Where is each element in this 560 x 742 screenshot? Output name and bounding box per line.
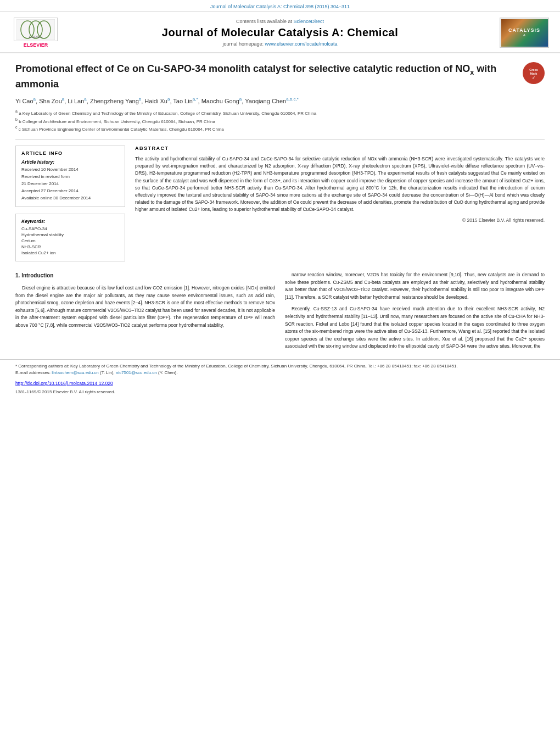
- keyword-5: Isolated Cu2+ ion: [21, 250, 119, 255]
- journal-header: ELSEVIER ELSEVIER Contents lists availab…: [0, 12, 560, 53]
- keywords-box: Keywords: Cu-SAPO-34 Hydrothermal stabil…: [15, 214, 125, 261]
- footnote-area: * Corresponding authors at: Key Laborato…: [0, 359, 560, 378]
- catalysis-logo-inner: CATALYSIS A: [501, 19, 548, 47]
- keyword-2: Hydrothermal stability: [21, 232, 119, 237]
- journal-title-center: Contents lists available at ScienceDirec…: [60, 19, 500, 47]
- intro-para3: Recently, Cu-SSZ-13 and Cu-SAPO-34 have …: [285, 305, 545, 350]
- footnote-star: * Corresponding authors at: Key Laborato…: [15, 363, 545, 370]
- keywords-label: Keywords:: [21, 219, 119, 224]
- contents-available: Contents lists available at ScienceDirec…: [60, 19, 500, 24]
- journal-homepage: journal homepage: www.elsevier.com/locat…: [60, 41, 500, 47]
- doi-link[interactable]: http://dx.doi.org/10.1016/j.molcata.2014…: [15, 381, 113, 386]
- affil-c: c c Sichuan Province Engineering Center …: [15, 125, 545, 133]
- accepted-date: Accepted 27 December 2014: [21, 188, 119, 194]
- body-right-column: narrow reaction window, moreover, V2O5 h…: [285, 271, 545, 355]
- received-revised-label: Received in revised form: [21, 174, 119, 180]
- received-date: Received 10 November 2014: [21, 166, 119, 173]
- keyword-3: Cerium: [21, 238, 119, 243]
- right-column: ABSTRACT The activity and hydrothermal s…: [135, 146, 545, 261]
- catalysis-logo: CATALYSIS A: [500, 18, 549, 48]
- article-info-abstract: ARTICLE INFO Article history: Received 1…: [15, 146, 545, 261]
- intro-para2: narrow reaction window, moreover, V2O5 h…: [285, 271, 545, 301]
- received-revised-date: 21 December 2014: [21, 181, 119, 187]
- body-columns: 1. Introduction Diesel engine is attract…: [0, 267, 560, 359]
- svg-text:✓: ✓: [532, 76, 535, 80]
- footnote-email: E-mail addresses: lintaochem@scu.edu.cn …: [15, 370, 545, 376]
- doi-line: http://dx.doi.org/10.1016/j.molcata.2014…: [0, 378, 560, 388]
- svg-text:Mark: Mark: [530, 72, 538, 75]
- journal-citation-link[interactable]: Journal of Molecular Catalysis A: Chemic…: [210, 4, 350, 9]
- catalysis-logo-text: CATALYSIS A: [508, 27, 540, 38]
- svg-text:Cross: Cross: [529, 68, 538, 71]
- article-info-label: ARTICLE INFO: [21, 150, 119, 156]
- journal-homepage-link[interactable]: www.elsevier.com/locate/molcata: [265, 41, 338, 47]
- article-content: Promotional effect of Ce on Cu-SAPO-34 m…: [0, 53, 560, 267]
- header-divider: [15, 140, 545, 140]
- article-history-label: Article history:: [21, 159, 119, 165]
- keyword-4: NH3-SCR: [21, 244, 119, 249]
- intro-para1: Diesel engine is attractive because of i…: [15, 284, 275, 330]
- email1-link[interactable]: lintaochem@scu.edu.cn: [52, 370, 99, 375]
- keyword-1: Cu-SAPO-34: [21, 226, 119, 231]
- available-date: Available online 30 December 2014: [21, 195, 119, 202]
- abstract-text: The activity and hydrothermal stability …: [135, 155, 545, 213]
- article-info-box: ARTICLE INFO Article history: Received 1…: [15, 146, 125, 207]
- authors-line: Yi Caoa, Sha Zoua, Li Lana, Zhengzheng Y…: [15, 96, 545, 105]
- email2-link[interactable]: nic7501@scu.edu.cn: [116, 370, 157, 375]
- sciencedirect-link[interactable]: ScienceDirect: [294, 19, 324, 24]
- left-column: ARTICLE INFO Article history: Received 1…: [15, 146, 125, 261]
- elsevier-logo: ELSEVIER ELSEVIER: [11, 18, 60, 48]
- paper-title: Promotional effect of Ce on Cu-SAPO-34 m…: [15, 62, 545, 91]
- elsevier-text: ELSEVIER: [24, 42, 48, 48]
- copyright-line: © 2015 Elsevier B.V. All rights reserved…: [135, 217, 545, 223]
- affil-a: a a Key Laboratory of Green Chemistry an…: [15, 109, 545, 117]
- svg-text:ELSEVIER: ELSEVIER: [29, 35, 43, 38]
- abstract-label: ABSTRACT: [135, 146, 545, 151]
- affil-b: b b College of Architecture and Environm…: [15, 117, 545, 125]
- body-left-column: 1. Introduction Diesel engine is attract…: [15, 271, 275, 355]
- intro-heading: 1. Introduction: [15, 271, 275, 280]
- crossmark-badge: Cross Mark ✓: [523, 62, 545, 84]
- issn-line: 1381-1169/© 2015 Elsevier B.V. All right…: [0, 388, 560, 399]
- elsevier-logo-image: ELSEVIER: [14, 18, 58, 41]
- affiliations: a a Key Laboratory of Green Chemistry an…: [15, 109, 545, 133]
- journal-main-title: Journal of Molecular Catalysis A: Chemic…: [60, 26, 500, 39]
- journal-top-bar: Journal of Molecular Catalysis A: Chemic…: [0, 0, 560, 12]
